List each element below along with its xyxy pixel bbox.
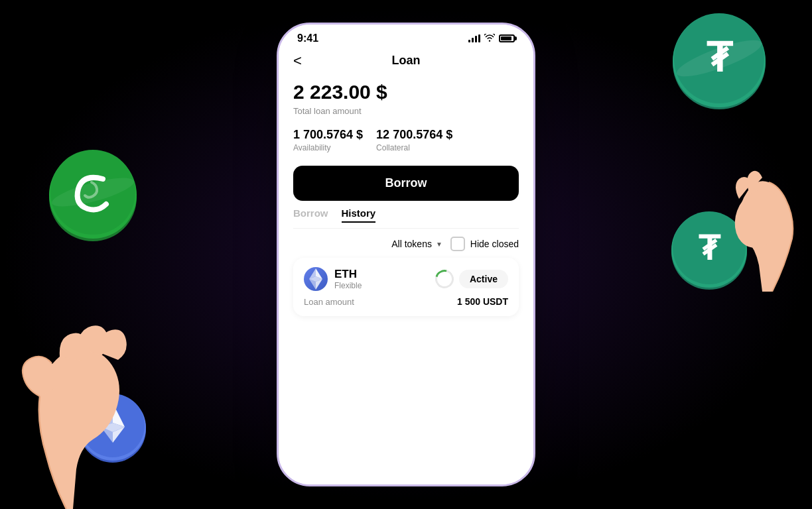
loan-amount-label: Loan amount	[304, 297, 354, 307]
eth-coin-icon	[304, 267, 328, 291]
availability-label: Availability	[293, 143, 363, 152]
loan-amount-value: 1 500 USDT	[457, 296, 508, 307]
loan-item-header: ETH Flexible Active	[304, 267, 508, 291]
loan-detail-row: Loan amount 1 500 USDT	[304, 296, 508, 307]
collateral-value: 12 700.5764 $	[376, 128, 452, 142]
stats-row: 1 700.5764 $ Availability 12 700.5764 $ …	[293, 128, 519, 152]
tabs: Borrow History	[293, 207, 519, 229]
token-filter-label: All tokens	[391, 239, 432, 249]
page-title: Loan	[392, 54, 421, 68]
filter-row: All tokens ▼ Hide closed	[293, 229, 519, 258]
phone-inner: 9:41	[279, 25, 533, 484]
nav-bar: < Loan	[279, 48, 533, 70]
signal-icon	[468, 34, 480, 42]
coin-name: ETH	[334, 268, 362, 281]
status-badge: Active	[459, 270, 508, 288]
collateral-label: Collateral	[376, 143, 452, 152]
hide-closed-label: Hide closed	[470, 239, 519, 249]
loan-list-item[interactable]: ETH Flexible Active Loan amount	[293, 258, 519, 316]
status-icons	[468, 33, 515, 44]
tab-borrow[interactable]: Borrow	[293, 207, 328, 223]
availability-value: 1 700.5764 $	[293, 128, 363, 142]
battery-icon	[499, 34, 515, 42]
total-loan-amount: 2 223.00 $	[293, 81, 519, 103]
main-content: 2 223.00 $ Total loan amount 1 700.5764 …	[279, 70, 533, 484]
scene: 9:41	[0, 0, 812, 509]
dropdown-arrow-icon: ▼	[436, 241, 442, 248]
back-button[interactable]: <	[293, 52, 302, 70]
token-filter-dropdown[interactable]: All tokens ▼	[391, 239, 442, 249]
tab-history[interactable]: History	[342, 207, 376, 223]
toggle-checkbox[interactable]	[450, 237, 465, 251]
availability-stat: 1 700.5764 $ Availability	[293, 128, 363, 152]
status-time: 9:41	[297, 32, 318, 44]
borrow-button[interactable]: Borrow	[293, 166, 519, 201]
wifi-icon	[484, 33, 495, 44]
coin-details: ETH Flexible	[334, 268, 362, 290]
status-spinner-icon	[435, 270, 454, 288]
hide-closed-toggle[interactable]: Hide closed	[450, 237, 519, 251]
status-area: Active	[435, 270, 508, 288]
phone: 9:41	[277, 23, 535, 486]
coin-type: Flexible	[334, 281, 362, 290]
status-bar: 9:41	[279, 25, 533, 48]
total-loan-label: Total loan amount	[293, 106, 519, 116]
coin-info: ETH Flexible	[304, 267, 362, 291]
collateral-stat: 12 700.5764 $ Collateral	[376, 128, 452, 152]
